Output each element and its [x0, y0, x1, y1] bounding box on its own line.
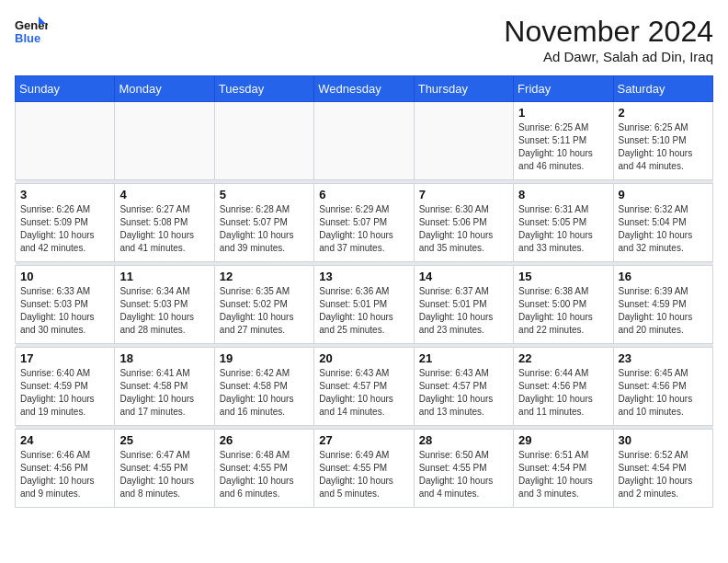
calendar-header-saturday: Saturday: [613, 76, 712, 102]
calendar-week-row: 17Sunrise: 6:40 AM Sunset: 4:59 PM Dayli…: [16, 348, 713, 426]
day-number: 4: [119, 188, 209, 201]
calendar-day-cell: [115, 102, 214, 180]
day-info: Sunrise: 6:32 AM Sunset: 5:04 PM Dayligh…: [619, 203, 708, 255]
calendar-day-cell: 8Sunrise: 6:31 AM Sunset: 5:05 PM Daylig…: [514, 184, 613, 262]
day-info: Sunrise: 6:50 AM Sunset: 4:55 PM Dayligh…: [419, 449, 508, 500]
day-info: Sunrise: 6:27 AM Sunset: 5:08 PM Dayligh…: [119, 203, 209, 255]
day-info: Sunrise: 6:37 AM Sunset: 5:01 PM Dayligh…: [419, 285, 508, 337]
day-number: 20: [319, 351, 408, 365]
svg-text:General: General: [15, 18, 48, 32]
day-info: Sunrise: 6:40 AM Sunset: 4:59 PM Dayligh…: [20, 367, 109, 419]
logo: General Blue: [15, 15, 48, 53]
calendar-day-cell: 21Sunrise: 6:43 AM Sunset: 4:57 PM Dayli…: [414, 348, 513, 426]
day-number: 8: [518, 188, 608, 201]
calendar-day-cell: 1Sunrise: 6:25 AM Sunset: 5:11 PM Daylig…: [514, 102, 613, 180]
calendar-header-thursday: Thursday: [414, 76, 513, 102]
day-info: Sunrise: 6:25 AM Sunset: 5:11 PM Dayligh…: [518, 121, 608, 173]
calendar-day-cell: 12Sunrise: 6:35 AM Sunset: 5:02 PM Dayli…: [214, 266, 313, 344]
day-number: 29: [518, 433, 608, 447]
day-info: Sunrise: 6:38 AM Sunset: 5:00 PM Dayligh…: [518, 285, 608, 337]
calendar-header-monday: Monday: [115, 76, 214, 102]
day-info: Sunrise: 6:48 AM Sunset: 4:55 PM Dayligh…: [220, 449, 309, 500]
title-block: November 2024 Ad Dawr, Salah ad Din, Ira…: [504, 15, 713, 64]
day-number: 13: [319, 270, 408, 283]
calendar-header-tuesday: Tuesday: [214, 76, 313, 102]
calendar-day-cell: 27Sunrise: 6:49 AM Sunset: 4:55 PM Dayli…: [314, 430, 414, 508]
month-title: November 2024: [504, 15, 713, 49]
day-info: Sunrise: 6:51 AM Sunset: 4:54 PM Dayligh…: [518, 449, 608, 500]
day-number: 6: [319, 188, 408, 201]
calendar-day-cell: 28Sunrise: 6:50 AM Sunset: 4:55 PM Dayli…: [414, 430, 513, 508]
day-info: Sunrise: 6:43 AM Sunset: 4:57 PM Dayligh…: [319, 367, 408, 419]
svg-text:Blue: Blue: [15, 31, 40, 45]
day-info: Sunrise: 6:41 AM Sunset: 4:58 PM Dayligh…: [119, 367, 209, 419]
calendar-day-cell: 14Sunrise: 6:37 AM Sunset: 5:01 PM Dayli…: [414, 266, 513, 344]
calendar-day-cell: 16Sunrise: 6:39 AM Sunset: 4:59 PM Dayli…: [613, 266, 712, 344]
day-number: 22: [518, 351, 608, 365]
calendar-day-cell: 11Sunrise: 6:34 AM Sunset: 5:03 PM Dayli…: [115, 266, 214, 344]
calendar-day-cell: 26Sunrise: 6:48 AM Sunset: 4:55 PM Dayli…: [214, 430, 313, 508]
day-info: Sunrise: 6:46 AM Sunset: 4:56 PM Dayligh…: [20, 449, 109, 500]
day-number: 12: [220, 270, 309, 283]
day-number: 19: [220, 351, 309, 365]
calendar-day-cell: 29Sunrise: 6:51 AM Sunset: 4:54 PM Dayli…: [514, 430, 613, 508]
day-info: Sunrise: 6:35 AM Sunset: 5:02 PM Dayligh…: [220, 285, 309, 337]
calendar-day-cell: 18Sunrise: 6:41 AM Sunset: 4:58 PM Dayli…: [115, 348, 214, 426]
day-info: Sunrise: 6:34 AM Sunset: 5:03 PM Dayligh…: [119, 285, 209, 337]
calendar-day-cell: 7Sunrise: 6:30 AM Sunset: 5:06 PM Daylig…: [414, 184, 513, 262]
calendar-day-cell: 15Sunrise: 6:38 AM Sunset: 5:00 PM Dayli…: [514, 266, 613, 344]
calendar-header-row: SundayMondayTuesdayWednesdayThursdayFrid…: [16, 76, 713, 102]
day-number: 11: [119, 270, 209, 283]
calendar-header-wednesday: Wednesday: [314, 76, 414, 102]
day-info: Sunrise: 6:49 AM Sunset: 4:55 PM Dayligh…: [319, 449, 408, 500]
day-info: Sunrise: 6:25 AM Sunset: 5:10 PM Dayligh…: [619, 121, 708, 173]
day-number: 16: [619, 270, 708, 283]
day-info: Sunrise: 6:31 AM Sunset: 5:05 PM Dayligh…: [518, 203, 608, 255]
calendar-day-cell: 9Sunrise: 6:32 AM Sunset: 5:04 PM Daylig…: [613, 184, 712, 262]
day-number: 7: [419, 188, 508, 201]
day-number: 27: [319, 433, 408, 447]
day-info: Sunrise: 6:42 AM Sunset: 4:58 PM Dayligh…: [220, 367, 309, 419]
calendar-week-row: 24Sunrise: 6:46 AM Sunset: 4:56 PM Dayli…: [16, 430, 713, 508]
calendar-day-cell: 20Sunrise: 6:43 AM Sunset: 4:57 PM Dayli…: [314, 348, 414, 426]
page-header: General Blue November 2024 Ad Dawr, Sala…: [15, 15, 713, 64]
day-info: Sunrise: 6:39 AM Sunset: 4:59 PM Dayligh…: [619, 285, 708, 337]
calendar-week-row: 1Sunrise: 6:25 AM Sunset: 5:11 PM Daylig…: [16, 102, 713, 180]
day-number: 10: [20, 270, 109, 283]
day-number: 26: [220, 433, 309, 447]
calendar-header-friday: Friday: [514, 76, 613, 102]
calendar-day-cell: [414, 102, 513, 180]
day-info: Sunrise: 6:30 AM Sunset: 5:06 PM Dayligh…: [419, 203, 508, 255]
day-number: 23: [619, 351, 708, 365]
day-info: Sunrise: 6:44 AM Sunset: 4:56 PM Dayligh…: [518, 367, 608, 419]
calendar-day-cell: 30Sunrise: 6:52 AM Sunset: 4:54 PM Dayli…: [613, 430, 712, 508]
calendar-day-cell: 5Sunrise: 6:28 AM Sunset: 5:07 PM Daylig…: [214, 184, 313, 262]
location: Ad Dawr, Salah ad Din, Iraq: [504, 49, 713, 64]
day-number: 2: [619, 106, 708, 120]
calendar-table: SundayMondayTuesdayWednesdayThursdayFrid…: [15, 75, 713, 508]
day-number: 25: [119, 433, 209, 447]
day-info: Sunrise: 6:33 AM Sunset: 5:03 PM Dayligh…: [20, 285, 109, 337]
day-number: 18: [119, 351, 209, 365]
calendar-day-cell: 10Sunrise: 6:33 AM Sunset: 5:03 PM Dayli…: [16, 266, 115, 344]
logo-svg: General Blue: [15, 15, 48, 53]
day-info: Sunrise: 6:45 AM Sunset: 4:56 PM Dayligh…: [619, 367, 708, 419]
calendar-day-cell: [214, 102, 313, 180]
calendar-day-cell: 23Sunrise: 6:45 AM Sunset: 4:56 PM Dayli…: [613, 348, 712, 426]
day-info: Sunrise: 6:26 AM Sunset: 5:09 PM Dayligh…: [20, 203, 109, 255]
day-info: Sunrise: 6:28 AM Sunset: 5:07 PM Dayligh…: [220, 203, 309, 255]
day-number: 3: [20, 188, 109, 201]
day-info: Sunrise: 6:36 AM Sunset: 5:01 PM Dayligh…: [319, 285, 408, 337]
day-number: 30: [619, 433, 708, 447]
day-number: 5: [220, 188, 309, 201]
calendar-day-cell: 2Sunrise: 6:25 AM Sunset: 5:10 PM Daylig…: [613, 102, 712, 180]
calendar-day-cell: 3Sunrise: 6:26 AM Sunset: 5:09 PM Daylig…: [16, 184, 115, 262]
calendar-day-cell: 19Sunrise: 6:42 AM Sunset: 4:58 PM Dayli…: [214, 348, 313, 426]
calendar-day-cell: 17Sunrise: 6:40 AM Sunset: 4:59 PM Dayli…: [16, 348, 115, 426]
calendar-day-cell: [16, 102, 115, 180]
calendar-day-cell: 25Sunrise: 6:47 AM Sunset: 4:55 PM Dayli…: [115, 430, 214, 508]
calendar-day-cell: 24Sunrise: 6:46 AM Sunset: 4:56 PM Dayli…: [16, 430, 115, 508]
day-info: Sunrise: 6:43 AM Sunset: 4:57 PM Dayligh…: [419, 367, 508, 419]
day-number: 15: [518, 270, 608, 283]
day-number: 1: [518, 106, 608, 120]
